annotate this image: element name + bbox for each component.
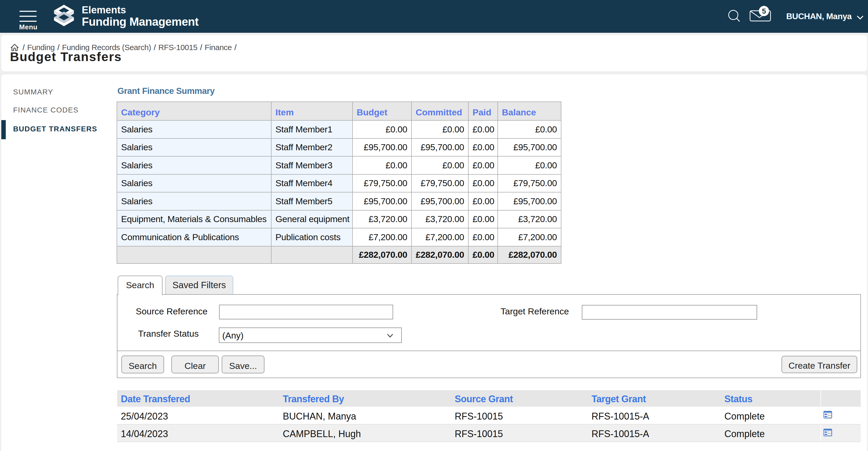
- svg-text:5: 5: [762, 7, 766, 15]
